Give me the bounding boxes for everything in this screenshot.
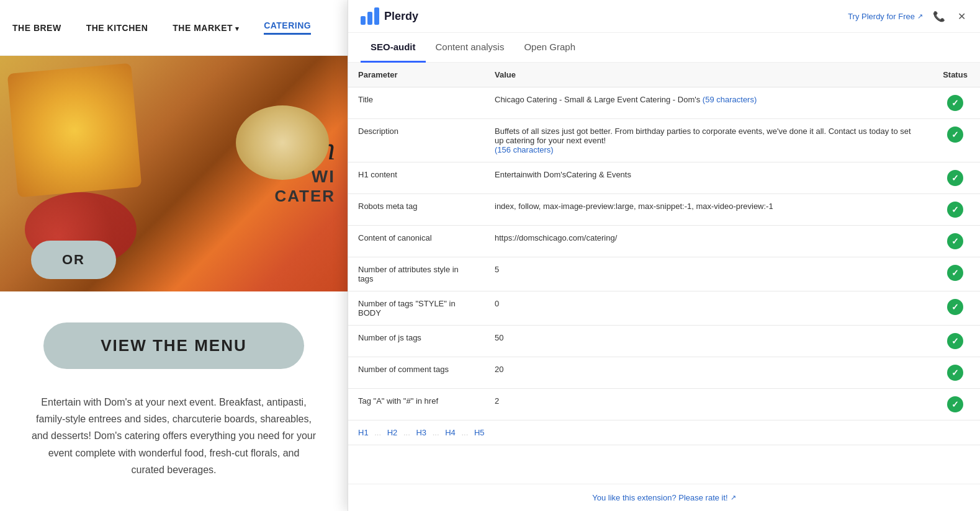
- table-row: Number of attributes style in tags 5 ✓: [348, 257, 980, 291]
- tab-open-graph[interactable]: Open Graph: [514, 33, 585, 63]
- param-robots: Robots meta tag: [348, 194, 485, 226]
- table-row: Robots meta tag index, follow, max-image…: [348, 194, 980, 226]
- param-style-body: Number of tags "STYLE" in BODY: [348, 291, 485, 326]
- value-h1: Entertainwith Dom'sCatering & Events: [485, 162, 930, 194]
- status-comment-tags: ✓: [930, 357, 980, 389]
- check-circle-h1: ✓: [947, 170, 963, 186]
- value-tag-a: 2: [485, 389, 930, 420]
- nav-item-catering[interactable]: CATERING: [264, 20, 311, 35]
- value-style-body: 0: [485, 291, 930, 326]
- tab-content-analysis[interactable]: Content analysis: [426, 33, 515, 63]
- hero-text: En WI CATER: [137, 130, 348, 206]
- table-row: Number of js tags 50 ✓: [348, 326, 980, 357]
- param-tag-a: Tag "A" with "#" in href: [348, 389, 485, 420]
- status-tag-a: ✓: [930, 389, 980, 420]
- website-background: THE BREW THE KITCHEN THE MARKET CATERING…: [0, 0, 348, 511]
- external-rate-icon: ↗: [731, 494, 736, 502]
- status-check-description: ✓: [940, 127, 970, 143]
- table-header: Parameter Value Status: [348, 63, 980, 87]
- status-check-comment-tags: ✓: [940, 365, 970, 381]
- check-circle-js-tags: ✓: [947, 333, 963, 349]
- status-attr-style: ✓: [930, 257, 980, 291]
- param-title: Title: [348, 87, 485, 119]
- check-circle-robots: ✓: [947, 202, 963, 218]
- svg-rect-2: [374, 7, 379, 25]
- param-comment-tags: Number of comment tags: [348, 357, 485, 389]
- check-circle-title: ✓: [947, 95, 963, 111]
- hero-image: En WI CATER OR: [0, 56, 348, 291]
- external-link-icon: ↗: [917, 12, 923, 20]
- close-icon[interactable]: ✕: [955, 10, 968, 22]
- status-check-style-body: ✓: [940, 299, 970, 315]
- value-robots: index, follow, max-image-preview:large, …: [485, 194, 930, 226]
- value-attr-style: 5: [485, 257, 930, 291]
- plerdy-header: Plerdy Try Plerdy for Free ↗ 📞 ✕: [348, 0, 980, 33]
- check-circle-tag-a: ✓: [947, 396, 963, 412]
- h5-link[interactable]: H5: [474, 428, 485, 437]
- plerdy-content: Parameter Value Status Title Chicago Cat…: [348, 63, 980, 484]
- rate-extension-link[interactable]: You like this extension? Please rate it!…: [361, 493, 968, 502]
- h1-link[interactable]: H1: [358, 428, 369, 437]
- svg-rect-1: [367, 12, 372, 25]
- plerdy-logo-text: Plerdy: [384, 10, 418, 23]
- status-check-js-tags: ✓: [940, 333, 970, 349]
- hero-line1: En: [137, 130, 335, 167]
- table-row-partial: H1 ... H2 ... H3 ... H4 ... H5: [348, 420, 980, 445]
- status-check-tag-a: ✓: [940, 396, 970, 412]
- status-check-h1: ✓: [940, 170, 970, 186]
- check-circle-comment-tags: ✓: [947, 365, 963, 381]
- nav-item-market[interactable]: THE MARKET: [173, 23, 239, 33]
- col-header-parameter: Parameter: [348, 63, 485, 87]
- rate-text: You like this extension? Please rate it!: [592, 493, 728, 502]
- plerdy-panel: Plerdy Try Plerdy for Free ↗ 📞 ✕ SEO-aud…: [348, 0, 980, 511]
- plerdy-logo: Plerdy: [361, 7, 418, 25]
- plerdy-logo-icon: [361, 7, 379, 25]
- desc-chars: (156 characters): [495, 145, 554, 154]
- table-row: Number of tags "STYLE" in BODY 0 ✓: [348, 291, 980, 326]
- char-count-title-val: (59 characters): [703, 95, 757, 104]
- param-canonical: Content of canonical: [348, 226, 485, 257]
- param-h1: H1 content: [348, 162, 485, 194]
- order-button[interactable]: OR: [31, 241, 116, 279]
- param-attr-style: Number of attributes style in tags: [348, 257, 485, 291]
- status-robots: ✓: [930, 194, 980, 226]
- value-js-tags: 50: [485, 326, 930, 357]
- value-title: Chicago Catering - Small & Large Event C…: [485, 87, 930, 119]
- tab-seo-audit[interactable]: SEO-audit: [361, 33, 426, 63]
- nav-item-kitchen[interactable]: THE KITCHEN: [86, 23, 148, 33]
- status-description: ✓: [930, 119, 980, 162]
- table-row: H1 content Entertainwith Dom'sCatering &…: [348, 162, 980, 194]
- h3-link[interactable]: H3: [416, 428, 426, 437]
- table-row: Number of comment tags 20 ✓: [348, 357, 980, 389]
- plerdy-tabs: SEO-audit Content analysis Open Graph: [348, 33, 980, 63]
- param-description: Description: [348, 119, 485, 162]
- plerdy-footer: You like this extension? Please rate it!…: [348, 484, 980, 511]
- status-style-body: ✓: [930, 291, 980, 326]
- check-circle-description: ✓: [947, 127, 963, 143]
- status-check-title: ✓: [940, 95, 970, 111]
- h2-link[interactable]: H2: [387, 428, 398, 437]
- status-h1: ✓: [930, 162, 980, 194]
- h4-link[interactable]: H4: [445, 428, 456, 437]
- phone-icon[interactable]: 📞: [933, 10, 945, 22]
- table-row: Tag "A" with "#" in href 2 ✓: [348, 389, 980, 420]
- status-js-tags: ✓: [930, 326, 980, 357]
- try-plerdy-text: Try Plerdy for Free: [848, 12, 915, 21]
- status-title: ✓: [930, 87, 980, 119]
- value-description: Buffets of all sizes just got better. Fr…: [485, 119, 930, 162]
- status-check-canonical: ✓: [940, 233, 970, 249]
- try-plerdy-link[interactable]: Try Plerdy for Free ↗: [848, 12, 923, 21]
- nav-item-brew[interactable]: THE BREW: [12, 23, 61, 33]
- col-header-value: Value: [485, 63, 930, 87]
- plerdy-header-right: Try Plerdy for Free ↗ 📞 ✕: [848, 10, 968, 22]
- view-menu-button[interactable]: VIEW THE MENU: [43, 322, 304, 369]
- table-body: Title Chicago Catering - Small & Large E…: [348, 87, 980, 445]
- status-check-robots: ✓: [940, 202, 970, 218]
- check-circle-attr-style: ✓: [947, 265, 963, 281]
- svg-rect-0: [361, 16, 366, 25]
- value-canonical: https://domschicago.com/catering/: [485, 226, 930, 257]
- hero-line3: CATER: [137, 187, 335, 206]
- check-circle-style-body: ✓: [947, 299, 963, 315]
- status-check-attr-style: ✓: [940, 265, 970, 281]
- col-header-status: Status: [930, 63, 980, 87]
